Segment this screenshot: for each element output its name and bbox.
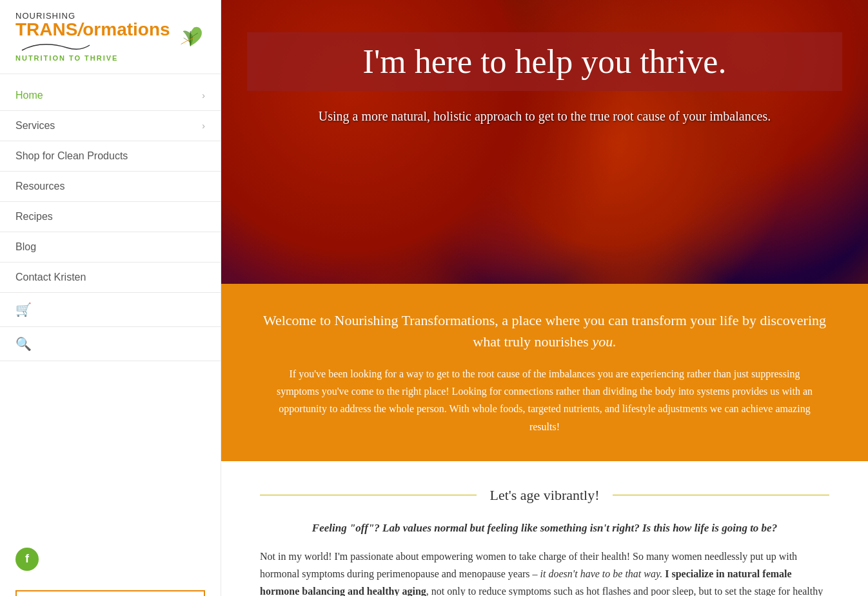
cart-item[interactable]: 🛒 bbox=[0, 293, 221, 327]
chevron-right-icon: › bbox=[202, 90, 205, 101]
search-icon: 🔍 bbox=[15, 337, 32, 351]
age-header: Let's age vibrantly! bbox=[260, 487, 829, 504]
logo-trans-text: TRANS bbox=[15, 19, 77, 39]
nav-item-blog[interactable]: Blog bbox=[0, 232, 221, 263]
logo-trans: TRANS/ormations bbox=[15, 21, 170, 39]
lower-section: Let's age vibrantly! Feeling "off"? Lab … bbox=[221, 461, 868, 596]
chevron-right-icon: › bbox=[202, 121, 205, 131]
hero-subtitle: Using a more natural, holistic approach … bbox=[247, 106, 842, 126]
sidebar: NOURISHING TRANS/ormations NUTRITION TO … bbox=[0, 0, 221, 596]
social-area: f bbox=[0, 535, 221, 584]
logo-container: NOURISHING TRANS/ormations NUTRITION TO … bbox=[15, 12, 205, 62]
hero-section: I'm here to help you thrive. Using a mor… bbox=[221, 0, 868, 284]
cart-icon: 🛒 bbox=[15, 303, 32, 317]
nav-item-contact[interactable]: Contact Kristen bbox=[0, 263, 221, 293]
age-title: Let's age vibrantly! bbox=[489, 487, 599, 504]
main-content: I'm here to help you thrive. Using a mor… bbox=[221, 0, 868, 596]
age-line-left bbox=[260, 495, 477, 495]
logo-area: NOURISHING TRANS/ormations NUTRITION TO … bbox=[0, 0, 221, 74]
age-line-right bbox=[613, 495, 829, 495]
logo-swash-icon bbox=[15, 39, 93, 53]
nav-item-services[interactable]: Services › bbox=[0, 111, 221, 141]
hero-text-box: I'm here to help you thrive. Using a mor… bbox=[221, 32, 868, 126]
search-item[interactable]: 🔍 bbox=[0, 327, 221, 361]
logo-ormations: ormations bbox=[83, 19, 170, 39]
main-nav: Home › Services › Shop for Clean Product… bbox=[0, 81, 221, 534]
nav-item-home[interactable]: Home › bbox=[0, 81, 221, 111]
facebook-button[interactable]: f bbox=[15, 548, 39, 571]
welcome-title: Welcome to Nourishing Transformations, a… bbox=[260, 310, 829, 352]
lower-body-text: Not in my world! I'm passionate about em… bbox=[260, 548, 829, 596]
hero-headline: I'm here to help you thrive. bbox=[247, 32, 842, 91]
nav-item-shop[interactable]: Shop for Clean Products bbox=[0, 141, 221, 172]
welcome-section: Welcome to Nourishing Transformations, a… bbox=[221, 284, 868, 461]
feeling-off-text: Feeling "off"? Lab values normal but fee… bbox=[260, 522, 829, 535]
cta-wrapper: LET'S WORK TOGETHER! bbox=[0, 584, 221, 597]
logo-leaf-icon bbox=[175, 14, 205, 59]
nav-item-recipes[interactable]: Recipes bbox=[0, 202, 221, 232]
logo-tagline: NUTRITION TO THRIVE bbox=[15, 54, 170, 62]
logo-text: NOURISHING TRANS/ormations NUTRITION TO … bbox=[15, 12, 170, 62]
welcome-body: If you've been looking for a way to get … bbox=[268, 365, 822, 435]
cta-button[interactable]: LET'S WORK TOGETHER! bbox=[15, 590, 205, 597]
nav-item-resources[interactable]: Resources bbox=[0, 172, 221, 202]
logo-row1: TRANS/ormations bbox=[15, 21, 170, 39]
